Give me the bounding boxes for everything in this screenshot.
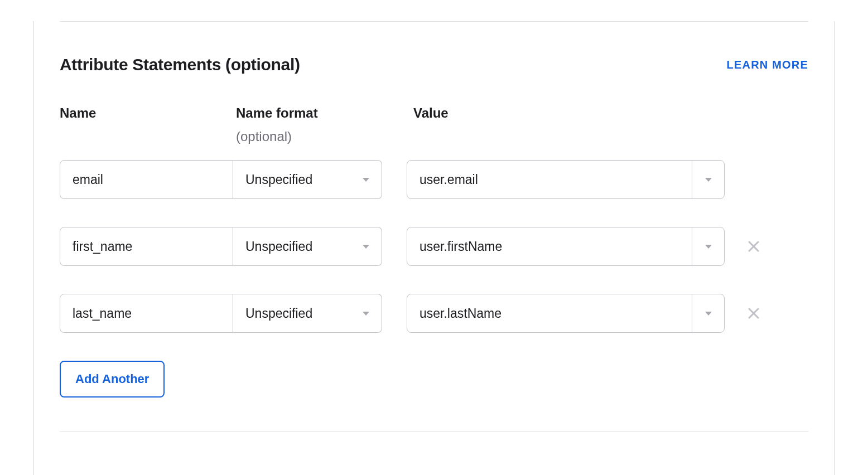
close-icon [747,307,760,320]
section-divider-bottom [60,431,808,432]
attribute-row: Unspecifieduser.firstName [60,227,808,266]
section-title: Attribute Statements (optional) [60,55,300,74]
remove-row-button[interactable] [742,235,765,258]
column-value-label: Value [413,105,808,121]
section-divider [60,21,808,22]
attribute-row: Unspecifieduser.email [60,160,808,199]
attribute-value-text: user.firstName [407,227,692,265]
attribute-value-select[interactable]: user.lastName [407,294,725,333]
add-another-button[interactable]: Add Another [60,361,165,398]
learn-more-link[interactable]: LEARN MORE [727,59,808,71]
caret-down-icon [363,245,369,249]
attribute-row: Unspecifieduser.lastName [60,294,808,333]
caret-down-icon [705,312,712,316]
attribute-name-input[interactable] [60,160,233,199]
close-icon [747,240,760,253]
attribute-format-select[interactable]: Unspecified [233,294,382,333]
attribute-format-select[interactable]: Unspecified [233,227,382,266]
attribute-value-text: user.lastName [407,294,692,332]
value-dropdown-button[interactable] [692,227,724,265]
column-format-label: Name format [236,105,413,121]
column-name-label: Name [60,105,236,121]
value-dropdown-button[interactable] [692,161,724,198]
caret-down-icon [363,178,369,182]
value-dropdown-button[interactable] [692,294,724,332]
attribute-name-input[interactable] [60,294,233,333]
attribute-value-select[interactable]: user.email [407,160,725,199]
attribute-format-select[interactable]: Unspecified [233,160,382,199]
caret-down-icon [705,245,712,249]
attribute-value-text: user.email [407,161,692,198]
column-format-sublabel: (optional) [236,129,413,144]
caret-down-icon [705,178,712,182]
columns-header: Name Name format (optional) Value [60,105,808,144]
caret-down-icon [363,312,369,316]
attribute-format-text: Unspecified [245,239,312,254]
remove-row-button[interactable] [742,302,765,324]
attribute-format-text: Unspecified [245,306,312,321]
attribute-format-text: Unspecified [245,172,312,187]
attribute-name-input[interactable] [60,227,233,266]
attribute-value-select[interactable]: user.firstName [407,227,725,266]
